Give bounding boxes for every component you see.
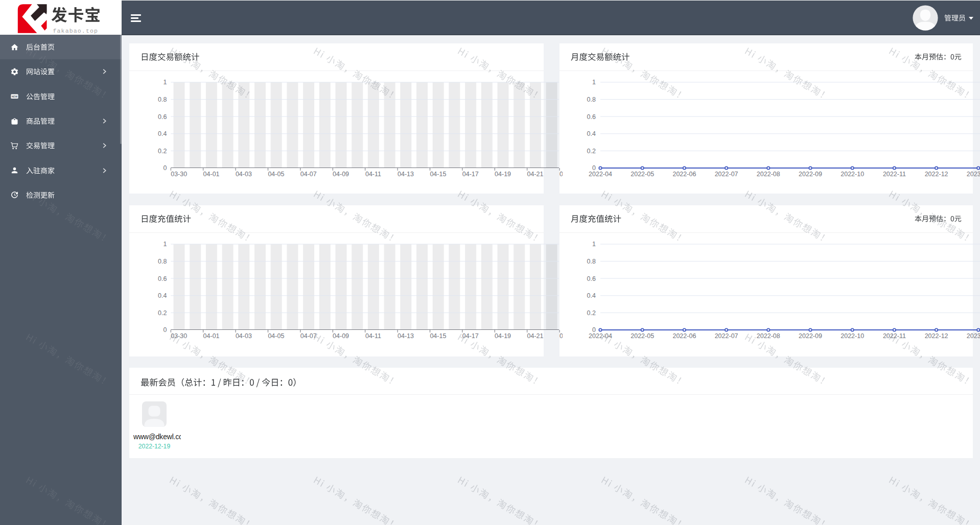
svg-text:0.4: 0.4 <box>158 292 167 299</box>
svg-text:2022-07: 2022-07 <box>715 171 738 178</box>
svg-text:0.4: 0.4 <box>158 130 167 137</box>
svg-text:04-19: 04-19 <box>495 332 511 340</box>
svg-text:0.6: 0.6 <box>158 275 167 282</box>
svg-text:2022-12: 2022-12 <box>925 171 948 178</box>
svg-text:04-21: 04-21 <box>527 332 544 340</box>
svg-text:2022-09: 2022-09 <box>799 171 822 178</box>
svg-text:0.8: 0.8 <box>587 257 596 265</box>
svg-text:2022-11: 2022-11 <box>883 171 906 178</box>
svg-text:04-09: 04-09 <box>333 171 349 178</box>
svg-text:04-05: 04-05 <box>268 332 284 340</box>
svg-text:04-19: 04-19 <box>495 171 511 178</box>
svg-text:0.8: 0.8 <box>158 257 167 265</box>
svg-text:NEW: NEW <box>12 96 18 98</box>
svg-text:1: 1 <box>592 79 596 86</box>
svg-text:04-13: 04-13 <box>398 332 414 340</box>
svg-text:0: 0 <box>164 164 167 172</box>
svg-text:0: 0 <box>164 326 167 333</box>
svg-text:04-15: 04-15 <box>430 171 446 178</box>
svg-text:0.8: 0.8 <box>587 96 596 103</box>
svg-text:0.6: 0.6 <box>587 275 596 282</box>
svg-text:03-30: 03-30 <box>171 332 187 340</box>
svg-text:04-11: 04-11 <box>365 171 381 178</box>
svg-text:2022-09: 2022-09 <box>799 332 822 340</box>
svg-text:2022-07: 2022-07 <box>715 332 738 340</box>
svg-text:04-17: 04-17 <box>462 171 479 178</box>
svg-text:0.6: 0.6 <box>158 113 167 120</box>
svg-text:0.8: 0.8 <box>158 96 167 103</box>
svg-text:04-07: 04-07 <box>300 332 317 340</box>
svg-text:0.4: 0.4 <box>587 130 596 137</box>
svg-text:0.2: 0.2 <box>587 309 596 316</box>
svg-text:04-01: 04-01 <box>203 171 220 178</box>
svg-text:0.2: 0.2 <box>158 309 167 316</box>
svg-text:2022-10: 2022-10 <box>841 171 864 178</box>
svg-text:03-30: 03-30 <box>171 171 187 178</box>
svg-text:2022-06: 2022-06 <box>672 332 696 340</box>
svg-text:2023-01: 2023-01 <box>967 332 980 340</box>
svg-text:04-09: 04-09 <box>333 332 349 340</box>
svg-text:0.2: 0.2 <box>587 147 596 154</box>
svg-text:2022-10: 2022-10 <box>841 332 864 340</box>
svg-text:04-07: 04-07 <box>300 171 317 178</box>
svg-text:0.2: 0.2 <box>158 147 167 154</box>
svg-text:2022-11: 2022-11 <box>883 332 906 340</box>
svg-text:2022-04: 2022-04 <box>589 171 612 178</box>
svg-text:2022-05: 2022-05 <box>631 332 654 340</box>
svg-text:2022-05: 2022-05 <box>631 171 654 178</box>
svg-text:1: 1 <box>164 79 167 86</box>
svg-text:2022-06: 2022-06 <box>672 171 696 178</box>
svg-text:04-03: 04-03 <box>236 171 252 178</box>
svg-text:04-13: 04-13 <box>398 171 414 178</box>
svg-text:2022-12: 2022-12 <box>925 332 948 340</box>
svg-text:04-01: 04-01 <box>203 332 220 340</box>
svg-text:04-05: 04-05 <box>268 171 284 178</box>
svg-text:2022-08: 2022-08 <box>757 332 780 340</box>
svg-text:1: 1 <box>592 241 596 248</box>
svg-text:04-11: 04-11 <box>365 332 381 340</box>
svg-text:04-03: 04-03 <box>236 332 252 340</box>
svg-text:04-15: 04-15 <box>430 332 446 340</box>
svg-text:1: 1 <box>164 241 167 248</box>
svg-text:2022-04: 2022-04 <box>589 332 612 340</box>
svg-text:04-17: 04-17 <box>462 332 479 340</box>
svg-text:0.6: 0.6 <box>587 113 596 120</box>
svg-text:04-21: 04-21 <box>527 171 544 178</box>
svg-text:2023-01: 2023-01 <box>967 171 980 178</box>
svg-text:0.4: 0.4 <box>587 292 596 299</box>
svg-text:2022-08: 2022-08 <box>757 171 780 178</box>
